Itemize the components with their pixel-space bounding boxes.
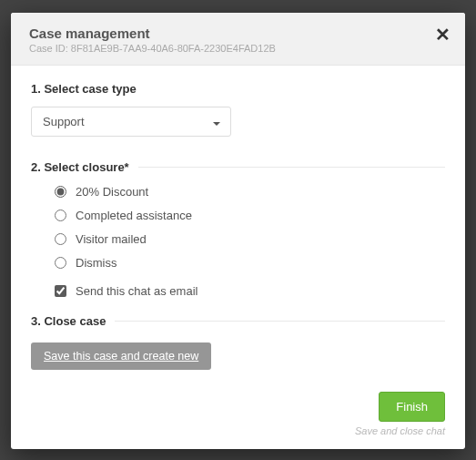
modal-footer: Finish Save and close chat bbox=[11, 392, 465, 449]
radio-input[interactable] bbox=[55, 233, 66, 245]
case-management-modal: Case management Case ID: 8F81AE9B-7AA9-4… bbox=[11, 13, 465, 449]
radio-input[interactable] bbox=[55, 186, 66, 198]
close-button[interactable]: ✕ bbox=[435, 26, 451, 44]
case-id-label: Case ID: 8F81AE9B-7AA9-40A6-80FA-2230E4F… bbox=[29, 43, 447, 54]
closure-option-completed[interactable]: Completed assistance bbox=[55, 209, 445, 222]
radio-label: Visitor mailed bbox=[76, 232, 147, 246]
closure-option-discount[interactable]: 20% Discount bbox=[55, 185, 445, 199]
divider bbox=[115, 321, 445, 322]
modal-body: 1. Select case type Support 2. Select cl… bbox=[11, 66, 465, 392]
radio-input[interactable] bbox=[55, 257, 66, 269]
closure-options: 20% Discount Completed assistance Visito… bbox=[31, 185, 445, 298]
close-icon: ✕ bbox=[435, 25, 451, 45]
case-type-select-wrap: Support bbox=[31, 107, 231, 137]
step2-header: 2. Select closure* bbox=[31, 160, 445, 174]
finish-button[interactable]: Finish bbox=[379, 392, 445, 422]
send-email-checkbox-row[interactable]: Send this chat as email bbox=[55, 284, 445, 298]
step3-label: 3. Close case bbox=[31, 314, 106, 328]
radio-input[interactable] bbox=[55, 210, 66, 221]
step3-header: 3. Close case bbox=[31, 314, 445, 328]
closure-option-dismiss[interactable]: Dismiss bbox=[55, 256, 445, 270]
modal-title: Case management bbox=[29, 26, 447, 41]
send-email-checkbox[interactable] bbox=[55, 285, 66, 297]
closure-option-visitor-mailed[interactable]: Visitor mailed bbox=[55, 232, 445, 246]
step1-label: 1. Select case type bbox=[31, 82, 445, 96]
radio-label: Completed assistance bbox=[76, 209, 192, 222]
radio-label: Dismiss bbox=[76, 256, 117, 270]
divider bbox=[138, 167, 445, 168]
send-email-label: Send this chat as email bbox=[76, 284, 197, 298]
radio-label: 20% Discount bbox=[76, 185, 148, 199]
modal-header: Case management Case ID: 8F81AE9B-7AA9-4… bbox=[11, 13, 465, 66]
save-create-new-button[interactable]: Save this case and create new bbox=[31, 342, 211, 370]
case-type-select[interactable]: Support bbox=[31, 107, 231, 137]
footer-hint: Save and close chat bbox=[355, 425, 445, 436]
step2-label: 2. Select closure* bbox=[31, 160, 129, 174]
